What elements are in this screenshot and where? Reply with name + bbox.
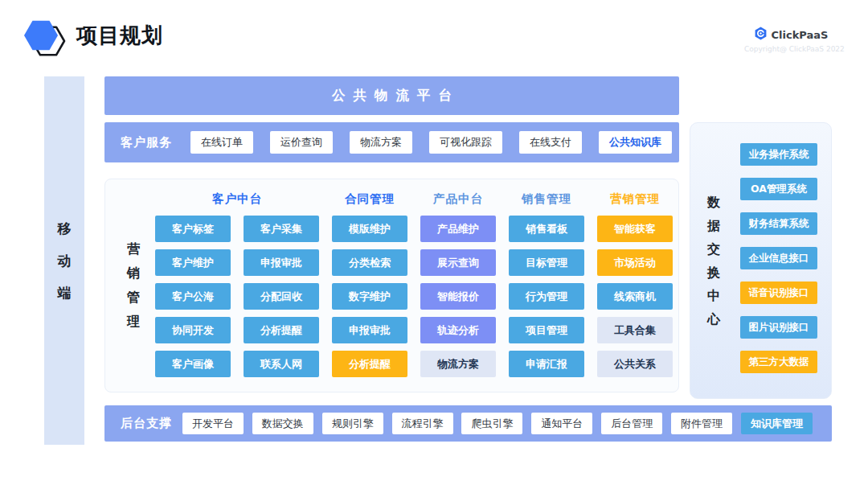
mobile-side-bar: 移动端 xyxy=(44,76,84,445)
matrix-cell[interactable]: 客户维护 xyxy=(155,249,231,276)
matrix-column-header: 营销管理 xyxy=(597,189,673,208)
banner-label: 公共物流平台 xyxy=(324,87,460,105)
customer-service-item[interactable]: 在线订单 xyxy=(190,131,253,154)
matrix-side-label-wrap: 营销管理 xyxy=(126,237,141,334)
matrix-cell[interactable]: 申报审批 xyxy=(244,249,319,276)
brand-copyright: Copyright@ ClickPaaS 2022 xyxy=(744,45,837,53)
matrix-cell[interactable]: 模版维护 xyxy=(332,216,407,242)
matrix-side-label: 营销管理 xyxy=(126,237,141,334)
matrix-cell[interactable]: 客户公海 xyxy=(155,283,231,310)
matrix-cell[interactable]: 公共关系 xyxy=(597,351,673,377)
backend-support-item[interactable]: 通知平台 xyxy=(531,413,592,434)
hexagon-logo-icon xyxy=(23,16,66,64)
backend-support-item[interactable]: 开发平台 xyxy=(182,413,244,434)
customer-service-row: 客户服务 在线订单运价查询物流方案可视化跟踪在线支付公共知识库 xyxy=(104,122,679,162)
matrix-cell[interactable]: 申报审批 xyxy=(332,317,407,343)
matrix-column-header: 销售管理 xyxy=(509,189,584,208)
clickpaas-logo-icon xyxy=(754,27,768,43)
backend-support-label: 后台支撑 xyxy=(121,416,172,431)
backend-support-item[interactable]: 数据交换 xyxy=(252,413,313,434)
data-exchange-item[interactable]: 业务操作系统 xyxy=(740,143,817,166)
public-logistics-banner: 公共物流平台 xyxy=(104,76,679,115)
mobile-side-label: 移动端 xyxy=(57,212,72,309)
backend-support-item[interactable]: 规则引擎 xyxy=(322,413,383,434)
matrix-cell[interactable]: 产品维护 xyxy=(420,216,496,242)
matrix-cell[interactable]: 数字维护 xyxy=(332,283,407,310)
data-exchange-item[interactable]: 语音识别接口 xyxy=(740,281,817,304)
matrix-cell[interactable]: 分配回收 xyxy=(244,283,319,310)
backend-support-item[interactable]: 爬虫引擎 xyxy=(461,413,522,434)
matrix-cell[interactable]: 线索商机 xyxy=(597,283,673,310)
data-exchange-side-label-wrap: 数据交换中心 xyxy=(706,191,721,331)
customer-service-item[interactable]: 运价查询 xyxy=(270,131,333,154)
matrix-cell[interactable]: 智能获客 xyxy=(597,216,673,242)
matrix-cell[interactable]: 物流方案 xyxy=(420,351,496,377)
brand-block: ClickPaaS Copyright@ ClickPaaS 2022 xyxy=(744,27,837,53)
customer-service-label: 客户服务 xyxy=(121,135,172,150)
matrix-cell[interactable]: 联系人网 xyxy=(244,351,319,377)
matrix-cell[interactable]: 分析提醒 xyxy=(244,317,319,343)
data-exchange-items: 业务操作系统OA管理系统财务结算系统企业信息接口语音识别接口图片识别接口第三方大… xyxy=(740,143,817,373)
matrix-cell[interactable]: 客户采集 xyxy=(244,216,319,242)
matrix-cell[interactable]: 轨迹分析 xyxy=(420,317,496,343)
data-exchange-panel: 数据交换中心 业务操作系统OA管理系统财务结算系统企业信息接口语音识别接口图片识… xyxy=(690,122,832,399)
data-exchange-item[interactable]: OA管理系统 xyxy=(740,178,817,200)
marketing-matrix-panel: 营销管理 客户中台合同管理产品中台销售管理营销管理客户标签客户采集模版维护产品维… xyxy=(104,179,679,392)
backend-support-row: 后台支撑 开发平台数据交换规则引擎流程引擎爬虫引擎通知平台后台管理附件管理知识库… xyxy=(104,405,832,442)
customer-service-item[interactable]: 公共知识库 xyxy=(599,131,672,154)
matrix-cell[interactable]: 项目管理 xyxy=(509,317,584,343)
data-exchange-item[interactable]: 企业信息接口 xyxy=(740,247,817,269)
project-planning-diagram: 项目规划 ClickPaaS Copyright@ ClickPaaS 2022… xyxy=(0,0,868,489)
backend-support-item[interactable]: 知识库管理 xyxy=(741,413,813,434)
matrix-cell[interactable]: 销售看板 xyxy=(509,216,584,242)
page-title: 项目规划 xyxy=(76,22,163,50)
matrix-cell[interactable]: 行为管理 xyxy=(509,283,584,310)
customer-service-item[interactable]: 可视化跟踪 xyxy=(429,131,502,154)
data-exchange-item[interactable]: 第三方大数据 xyxy=(740,351,817,373)
matrix-cell[interactable]: 目标管理 xyxy=(509,249,584,276)
matrix-column-header: 合同管理 xyxy=(332,189,407,208)
matrix-column-header: 产品中台 xyxy=(420,189,496,208)
matrix-grid: 客户中台合同管理产品中台销售管理营销管理客户标签客户采集模版维护产品维护销售看板… xyxy=(155,189,673,377)
matrix-cell[interactable]: 客户画像 xyxy=(155,351,231,377)
customer-service-item[interactable]: 物流方案 xyxy=(350,131,412,154)
data-exchange-item[interactable]: 财务结算系统 xyxy=(740,212,817,235)
matrix-cell[interactable]: 智能报价 xyxy=(420,283,496,310)
matrix-cell[interactable]: 市场活动 xyxy=(597,249,673,276)
matrix-cell[interactable]: 协同开发 xyxy=(155,317,231,343)
customer-service-items: 在线订单运价查询物流方案可视化跟踪在线支付公共知识库 xyxy=(190,131,672,154)
matrix-cell[interactable]: 工具合集 xyxy=(597,317,673,343)
backend-support-item[interactable]: 后台管理 xyxy=(601,413,662,434)
matrix-column-header: 客户中台 xyxy=(155,189,319,208)
matrix-cell[interactable]: 申请汇报 xyxy=(509,351,584,377)
brand-name: ClickPaaS xyxy=(772,29,829,41)
backend-support-item[interactable]: 流程引擎 xyxy=(392,413,453,434)
backend-support-item[interactable]: 附件管理 xyxy=(671,413,732,434)
matrix-cell[interactable]: 分类检索 xyxy=(332,249,407,276)
matrix-cell[interactable]: 展示查询 xyxy=(420,249,496,276)
customer-service-item[interactable]: 在线支付 xyxy=(519,131,582,154)
data-exchange-side-label: 数据交换中心 xyxy=(706,191,721,331)
matrix-cell[interactable]: 客户标签 xyxy=(155,216,231,242)
data-exchange-item[interactable]: 图片识别接口 xyxy=(740,316,817,339)
matrix-cell[interactable]: 分析提醒 xyxy=(332,351,407,377)
